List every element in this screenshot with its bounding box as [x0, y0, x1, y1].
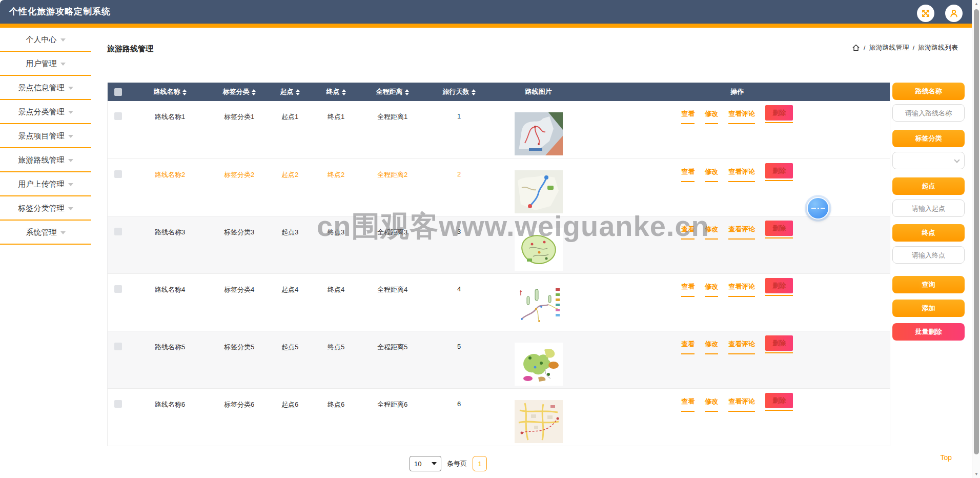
view-comments-link[interactable]: 查看评论: [728, 225, 755, 240]
column-header-start[interactable]: 起点: [267, 83, 313, 101]
sidebar-item-label: 用户上传管理: [18, 180, 65, 188]
row-checkbox[interactable]: [114, 343, 122, 350]
fullscreen-button[interactable]: [917, 5, 934, 22]
app-title: 个性化旅游攻略定制系统: [9, 0, 111, 24]
add-button[interactable]: 添加: [892, 300, 965, 317]
route-map-image[interactable]: [515, 343, 563, 386]
sidebar-item-scenic-category[interactable]: 景点分类管理: [0, 100, 91, 124]
edit-link[interactable]: 修改: [705, 340, 718, 354]
table-row: 路线名称4 标签分类4 起点4 终点4 全程距离4 4: [108, 273, 890, 331]
vertical-scrollbar[interactable]: ▲ ▼: [972, 0, 980, 478]
start-label-button[interactable]: 起点: [892, 177, 965, 195]
sidebar-item-label: 旅游路线管理: [18, 155, 65, 164]
delete-button[interactable]: 删除: [765, 393, 793, 408]
top-navbar: 个性化旅游攻略定制系统: [0, 0, 980, 24]
row-checkbox[interactable]: [114, 285, 122, 293]
sidebar-item-scenic-project[interactable]: 景点项目管理: [0, 124, 91, 148]
row-checkbox[interactable]: [114, 400, 122, 408]
column-header-tag[interactable]: 标签分类: [212, 83, 267, 101]
row-checkbox[interactable]: [114, 112, 122, 120]
query-button[interactable]: 查询: [892, 276, 965, 293]
sidebar-item-label: 标签分类管理: [18, 204, 65, 212]
delete-button[interactable]: 删除: [765, 105, 793, 121]
delete-button[interactable]: 删除: [765, 163, 793, 178]
scrollbar-thumb[interactable]: [974, 9, 979, 454]
view-link[interactable]: 查看: [681, 109, 695, 124]
cursor-highlight-overlay: [807, 197, 829, 220]
cell-tag: 标签分类3: [212, 216, 267, 273]
view-link[interactable]: 查看: [681, 282, 695, 297]
sidebar-item-label: 景点信息管理: [18, 83, 65, 92]
cell-distance: 全程距离5: [359, 331, 426, 388]
cursor-dash: [821, 208, 825, 209]
user-button[interactable]: [945, 5, 963, 22]
tag-category-select[interactable]: [892, 152, 965, 169]
route-map-image[interactable]: [515, 400, 563, 443]
view-comments-link[interactable]: 查看评论: [728, 109, 755, 124]
cell-end: 终点1: [313, 101, 359, 158]
edit-link[interactable]: 修改: [705, 397, 718, 412]
tag-category-label-button[interactable]: 标签分类: [892, 130, 965, 147]
route-name-input[interactable]: [892, 104, 965, 122]
back-to-top-link[interactable]: Top: [940, 453, 952, 462]
sidebar-item-travel-route[interactable]: 旅游路线管理: [0, 148, 91, 172]
scrollbar-up-arrow-icon[interactable]: ▲: [972, 2, 980, 6]
page-size-select[interactable]: 10: [410, 456, 441, 471]
view-comments-link[interactable]: 查看评论: [728, 282, 755, 297]
route-map-image[interactable]: [515, 228, 563, 271]
cell-start: 起点1: [267, 101, 313, 158]
view-link[interactable]: 查看: [681, 340, 695, 354]
edit-link[interactable]: 修改: [705, 167, 718, 182]
column-label: 旅行天数: [443, 88, 469, 95]
end-label-button[interactable]: 终点: [892, 224, 965, 242]
view-comments-link[interactable]: 查看评论: [728, 167, 755, 182]
column-label: 起点: [280, 88, 294, 95]
column-header-image: 路线图片: [493, 83, 585, 101]
sidebar-item-user-management[interactable]: 用户管理: [0, 52, 91, 76]
chevron-down-icon: [68, 183, 73, 186]
sidebar-item-scenic-info[interactable]: 景点信息管理: [0, 76, 91, 100]
delete-button[interactable]: 删除: [765, 278, 793, 293]
route-map-image[interactable]: [515, 170, 563, 213]
table-row: 路线名称3 标签分类3 起点3 终点3 全程距离3 3: [108, 216, 890, 273]
column-header-name[interactable]: 路线名称: [129, 83, 212, 101]
view-comments-link[interactable]: 查看评论: [728, 397, 755, 412]
cell-route-name: 路线名称4: [129, 273, 212, 331]
page-size-value: 10: [414, 460, 421, 468]
view-link[interactable]: 查看: [681, 225, 695, 240]
sidebar-item-user-upload[interactable]: 用户上传管理: [0, 172, 91, 196]
row-checkbox[interactable]: [114, 228, 122, 235]
scrollbar-down-arrow-icon[interactable]: ▼: [972, 472, 980, 476]
row-checkbox[interactable]: [114, 170, 122, 178]
edit-link[interactable]: 修改: [705, 225, 718, 240]
view-link[interactable]: 查看: [681, 167, 695, 182]
view-link[interactable]: 查看: [681, 397, 695, 412]
cell-end: 终点3: [313, 216, 359, 273]
route-map-image[interactable]: [515, 285, 563, 328]
delete-button[interactable]: 删除: [765, 335, 793, 351]
column-label: 操作: [730, 88, 744, 95]
breadcrumb-item-route-management[interactable]: 旅游路线管理: [869, 43, 909, 52]
batch-delete-button[interactable]: 批量删除: [892, 323, 965, 341]
delete-button[interactable]: 删除: [765, 221, 793, 236]
page-1-button[interactable]: 1: [473, 456, 487, 471]
cell-distance: 全程距离3: [359, 216, 426, 273]
chevron-down-icon: [432, 462, 437, 465]
column-header-days[interactable]: 旅行天数: [426, 83, 493, 101]
route-map-image[interactable]: [515, 112, 563, 155]
accent-stripe: [0, 24, 980, 28]
sidebar-item-personal-center[interactable]: 个人中心: [0, 28, 91, 52]
sidebar-item-tag-category[interactable]: 标签分类管理: [0, 196, 91, 221]
column-header-end[interactable]: 终点: [313, 83, 359, 101]
home-icon[interactable]: [852, 44, 860, 52]
edit-link[interactable]: 修改: [705, 109, 718, 124]
column-header-distance[interactable]: 全程距离: [359, 83, 426, 101]
breadcrumb-item-route-list[interactable]: 旅游路线列表: [918, 43, 958, 52]
route-name-label-button[interactable]: 路线名称: [892, 83, 965, 100]
select-all-checkbox[interactable]: [114, 88, 122, 96]
start-input[interactable]: [892, 200, 965, 217]
view-comments-link[interactable]: 查看评论: [728, 340, 755, 354]
sidebar-item-system-management[interactable]: 系统管理: [0, 221, 91, 245]
edit-link[interactable]: 修改: [705, 282, 718, 297]
end-input[interactable]: [892, 246, 965, 264]
